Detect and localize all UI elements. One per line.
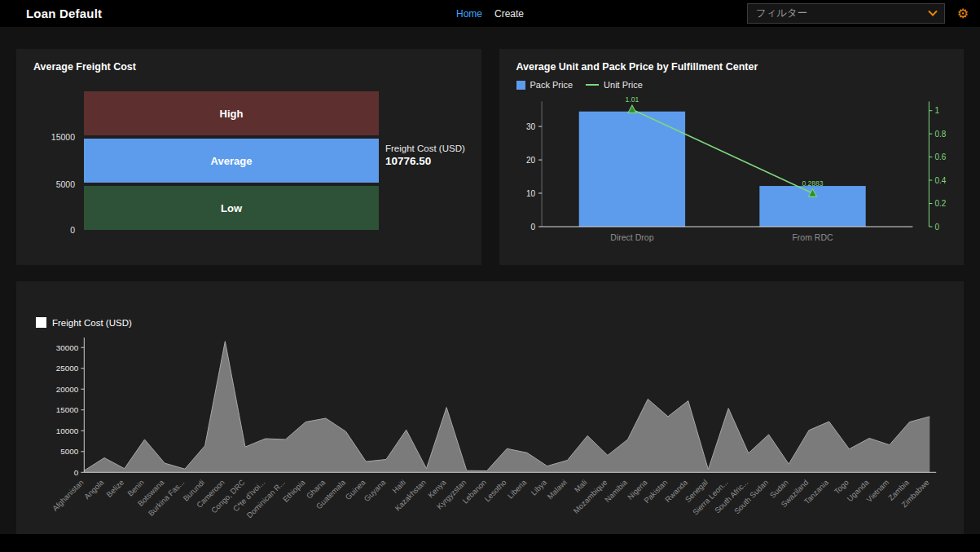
main-nav: Home Create [456,8,524,20]
svg-text:Liberia: Liberia [506,477,529,500]
svg-text:Togo: Togo [833,478,850,496]
svg-text:30: 30 [525,122,534,131]
line-swatch-icon [586,84,599,86]
svg-text:Guyana: Guyana [362,477,388,503]
app-title: Loan Default [26,7,102,20]
svg-text:Belize: Belize [104,478,125,499]
svg-text:20: 20 [525,156,534,165]
top-row: Average Freight Cost 15000 5000 0 High A… [16,49,964,265]
svg-text:30000: 30000 [56,343,79,352]
combo-panel: Average Unit and Pack Price by Fulfillme… [499,49,965,265]
nav-home[interactable]: Home [456,8,482,20]
area-chart[interactable]: 050001000015000200002500030000Afghanista… [26,334,954,532]
bottom-bar [0,534,980,552]
svg-text:Ethiopia: Ethiopia [281,477,307,503]
legend-unit-price-label: Unit Price [604,80,643,90]
svg-text:25000: 25000 [56,364,79,373]
top-bar: Loan Default Home Create フィルター ⚙ [0,0,980,27]
svg-text:0.2883: 0.2883 [802,179,823,188]
legend-pack-price[interactable]: Pack Price [516,80,573,90]
combo-chart[interactable]: Direct DropFrom RDC010203000.20.40.60.81… [509,93,955,250]
nav-create[interactable]: Create [494,8,524,20]
svg-text:From RDC: From RDC [792,232,833,241]
area-panel: Freight Cost (USD) 050001000015000200002… [16,281,964,534]
combo-legend: Pack Price Unit Price [516,80,965,90]
svg-text:Haiti: Haiti [390,478,407,495]
gauge-axis: 15000 5000 0 [16,91,84,230]
top-right-controls: フィルター ⚙ [747,3,969,24]
gauge-bands: High Average Low [84,91,379,230]
svg-text:0: 0 [934,222,939,231]
chevron-down-icon [928,7,937,15]
svg-text:Angola: Angola [82,477,106,501]
svg-text:1.01: 1.01 [625,95,639,104]
svg-text:Afghanistan: Afghanistan [51,478,86,513]
gauge-panel-title: Average Freight Cost [16,49,481,73]
svg-text:0.8: 0.8 [934,130,946,139]
svg-text:0.2: 0.2 [934,199,946,208]
svg-text:Namibia: Namibia [603,477,630,504]
area-legend[interactable]: Freight Cost (USD) [16,281,964,328]
gauge-tick-5000: 5000 [56,179,75,189]
svg-text:10000: 10000 [56,426,79,435]
svg-text:20000: 20000 [56,385,79,394]
svg-text:Mali: Mali [573,478,589,494]
svg-text:0: 0 [530,222,535,231]
gauge-band-average-label: Average [211,155,253,167]
combo-panel-title: Average Unit and Pack Price by Fulfillme… [499,49,965,73]
svg-text:Direct Drop: Direct Drop [610,232,653,241]
dashboard-page: Loan Default Home Create フィルター ⚙ Average… [0,0,980,27]
gear-icon[interactable]: ⚙ [957,7,969,20]
dashboard-content: Average Freight Cost 15000 5000 0 High A… [0,27,980,534]
gauge-band-low-label: Low [221,202,242,214]
svg-text:15000: 15000 [56,405,79,414]
gauge-tick-0: 0 [70,225,75,235]
legend-checkbox-icon [36,317,46,328]
gauge-band-low[interactable]: Low [84,186,379,230]
gauge-band-average[interactable]: Average [84,139,379,183]
svg-text:Vietnam: Vietnam [864,478,890,504]
gauge-tick-15000: 15000 [51,132,75,142]
svg-text:Malawi: Malawi [545,478,568,501]
svg-text:1: 1 [934,106,939,115]
area-legend-label: Freight Cost (USD) [52,318,132,328]
svg-text:Lesotho: Lesotho [482,478,508,504]
svg-text:10: 10 [525,188,534,197]
svg-text:0.4: 0.4 [934,175,946,184]
filter-placeholder: フィルター [756,7,808,20]
filter-dropdown[interactable]: フィルター [747,3,945,24]
gauge-band-high[interactable]: High [84,91,379,135]
gauge-metric-value: 10776.50 [385,155,465,167]
gauge-panel: Average Freight Cost 15000 5000 0 High A… [16,49,481,265]
bar-swatch-icon [516,81,525,90]
svg-text:5000: 5000 [60,447,78,456]
gauge-metric: Freight Cost (USD) 10776.50 [385,144,465,167]
gauge-chart: 15000 5000 0 High Average Low Freight Co… [16,91,481,230]
legend-pack-price-label: Pack Price [530,80,573,90]
gauge-metric-label: Freight Cost (USD) [385,144,465,153]
legend-unit-price[interactable]: Unit Price [586,80,643,90]
gauge-band-high-label: High [220,108,244,120]
svg-text:0: 0 [74,468,79,477]
svg-text:0.6: 0.6 [934,152,946,161]
